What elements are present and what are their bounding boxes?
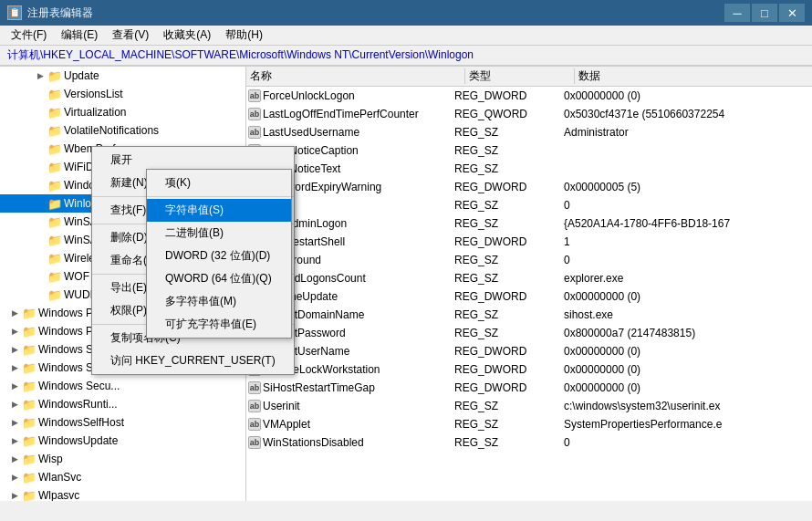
table-row[interactable]: ab(默认)REG_SZ0 — [246, 196, 812, 214]
maximize-button[interactable]: □ — [752, 4, 777, 22]
tree-expander[interactable]: ▶ — [7, 397, 22, 412]
cell-name: abSiHostRestartTimeGap — [246, 381, 451, 394]
menu-file[interactable]: 文件(F) — [4, 26, 54, 45]
tree-item[interactable]: ▶📁Windows Secu... — [0, 377, 245, 395]
folder-icon: 📁 — [22, 470, 36, 485]
tree-expander[interactable]: ▶ — [7, 433, 22, 448]
tree-item[interactable]: ▶📁WindowsSelfHost — [0, 413, 245, 432]
sub-item[interactable]: QWORD (64 位值)(Q) — [147, 267, 291, 290]
table-row[interactable]: abWinStationsDisabledREG_SZ0 — [246, 433, 812, 452]
reg-name: LastUsedUsername — [263, 126, 359, 139]
table-row[interactable]: abLegalNoticeTextREG_SZ — [246, 160, 812, 178]
cell-data: explorer.exe — [560, 272, 812, 285]
cell-type: REG_SZ — [451, 144, 560, 157]
tree-expander[interactable]: ▶ — [7, 488, 22, 501]
table-row[interactable]: abVMAppletREG_SZSystemPropertiesPerforma… — [246, 415, 812, 433]
submenu: 项(K)字符串值(S)二进制值(B)DWORD (32 位值)(D)QWORD … — [146, 169, 292, 339]
sub-separator — [147, 196, 291, 197]
menu-favorites[interactable]: 收藏夹(A) — [156, 26, 218, 45]
tree-expander[interactable]: ▶ — [7, 452, 22, 466]
tree-expander[interactable]: ▶ — [33, 68, 47, 83]
minimize-button[interactable]: ─ — [724, 4, 750, 22]
table-row[interactable]: abLegalNoticeCaptionREG_SZ — [246, 141, 812, 160]
tree-item[interactable]: 📁VolatileNotifications — [0, 121, 245, 140]
tree-item-label: VolatileNotifications — [64, 124, 159, 137]
tree-expander[interactable]: ▶ — [7, 470, 22, 485]
tree-item[interactable]: ▶📁Wisp — [0, 450, 245, 468]
tree-expander — [33, 233, 47, 247]
sub-item[interactable]: 可扩充字符串值(E) — [147, 313, 291, 336]
cell-data: SystemPropertiesPerformance.e — [560, 418, 812, 431]
table-row[interactable]: abDefaultUserNameREG_DWORD0x00000000 (0) — [246, 342, 812, 360]
table-body[interactable]: abForceUnlockLogonREG_DWORD0x00000000 (0… — [246, 87, 812, 501]
cell-data: {A520A1A4-1780-4FF6-BD18-167 — [560, 217, 812, 230]
folder-icon: 📁 — [22, 342, 36, 357]
cell-data: 0 — [560, 254, 812, 266]
table-row[interactable]: abDefaultDomainNameREG_SZsihost.exe — [246, 306, 812, 324]
menu-help[interactable]: 帮助(H) — [218, 26, 270, 45]
tree-expander[interactable]: ▶ — [7, 342, 22, 357]
folder-icon: 📁 — [22, 415, 36, 430]
folder-icon: 📁 — [47, 68, 62, 83]
address-path: 计算机\HKEY_LOCAL_MACHINE\SOFTWARE\Microsof… — [7, 47, 474, 63]
tree-expander[interactable]: ▶ — [7, 360, 22, 375]
cell-type: REG_DWORD — [451, 89, 560, 102]
folder-icon: 📁 — [47, 287, 62, 302]
tree-expander[interactable]: ▶ — [7, 415, 22, 430]
cell-data: 0x00000000 (0) — [560, 363, 812, 376]
menu-view[interactable]: 查看(V) — [105, 26, 156, 45]
table-row[interactable]: abSiHostRestartTimeGapREG_DWORD0x0000000… — [246, 379, 812, 397]
table-row[interactable]: abAutoRestartShellREG_DWORD1 — [246, 233, 812, 251]
cell-name: abLastUsedUsername — [246, 126, 451, 139]
tree-item[interactable]: ▶📁WlanSvc — [0, 468, 245, 486]
table-row[interactable]: abUserinitREG_SZc:\windows\system32\user… — [246, 397, 812, 415]
table-row[interactable]: abForceUnlockLogonREG_DWORD0x00000000 (0… — [246, 87, 812, 105]
folder-icon: 📁 — [47, 123, 62, 138]
reg-icon: ab — [248, 108, 261, 120]
table-row[interactable]: abDefaultPasswordREG_SZ0x800000a7 (21474… — [246, 324, 812, 342]
cell-data: 0x00000000 (0) — [560, 381, 812, 394]
tree-expander — [33, 123, 47, 138]
table-row[interactable]: abBackgroundREG_SZ0 — [246, 251, 812, 269]
tree-item[interactable]: ▶📁Update — [0, 67, 245, 85]
menu-edit[interactable]: 编辑(E) — [54, 26, 105, 45]
table-row[interactable]: abDisableLockWorkstationREG_DWORD0x00000… — [246, 360, 812, 379]
tree-item[interactable]: 📁VersionsList — [0, 85, 245, 103]
tree-item[interactable]: ▶📁WindowsUpdate — [0, 432, 245, 450]
ctx-item[interactable]: 访问 HKEY_CURRENT_USER(T) — [92, 349, 294, 372]
table-row[interactable]: abAutoAdminLogonREG_SZ{A520A1A4-1780-4FF… — [246, 214, 812, 233]
table-row[interactable]: abDCacheUpdateREG_DWORD0x00000000 (0) — [246, 287, 812, 306]
sub-item[interactable]: 字符串值(S) — [147, 199, 291, 222]
reg-icon: ab — [248, 418, 261, 431]
sub-item[interactable]: 多字符串值(M) — [147, 290, 291, 313]
right-panel: 名称 类型 数据 abForceUnlockLogonREG_DWORD0x00… — [246, 67, 812, 501]
folder-icon: 📁 — [22, 488, 36, 501]
reg-name: VMApplet — [263, 418, 310, 431]
folder-icon: 📁 — [47, 214, 62, 229]
folder-icon: 📁 — [47, 160, 62, 174]
tree-expander — [33, 287, 47, 302]
title-controls: ─ □ ✕ — [724, 4, 805, 22]
table-row[interactable]: abCachedLogonsCountREG_SZexplorer.exe — [246, 269, 812, 287]
table-row[interactable]: abPasswordExpiryWarningREG_DWORD0x000000… — [246, 178, 812, 196]
tree-item-label: Windows Secu... — [38, 380, 120, 392]
tree-expander[interactable]: ▶ — [7, 379, 22, 393]
sub-item[interactable]: 二进制值(B) — [147, 222, 291, 245]
cell-type: REG_SZ — [451, 308, 560, 321]
tree-expander[interactable]: ▶ — [7, 324, 22, 339]
table-row[interactable]: abLastLogOffEndTimePerfCounterREG_QWORD0… — [246, 105, 812, 123]
tree-item[interactable]: 📁Virtualization — [0, 103, 245, 121]
cell-type: REG_SZ — [451, 436, 560, 449]
close-button[interactable]: ✕ — [779, 4, 805, 22]
table-row[interactable]: abLastUsedUsernameREG_SZAdministrator — [246, 123, 812, 141]
tree-item[interactable]: ▶📁WindowsRunti... — [0, 395, 245, 413]
sub-item[interactable]: 项(K) — [147, 172, 291, 194]
cell-name: abUserinit — [246, 400, 451, 412]
folder-icon: 📁 — [22, 324, 36, 339]
cell-type: REG_DWORD — [451, 381, 560, 394]
tree-expander[interactable]: ▶ — [7, 306, 22, 320]
sub-item[interactable]: DWORD (32 位值)(D) — [147, 245, 291, 267]
folder-icon: 📁 — [22, 452, 36, 466]
title-bar-left: 📋 注册表编辑器 — [7, 5, 93, 21]
tree-item[interactable]: ▶📁Wlpasvc — [0, 486, 245, 501]
